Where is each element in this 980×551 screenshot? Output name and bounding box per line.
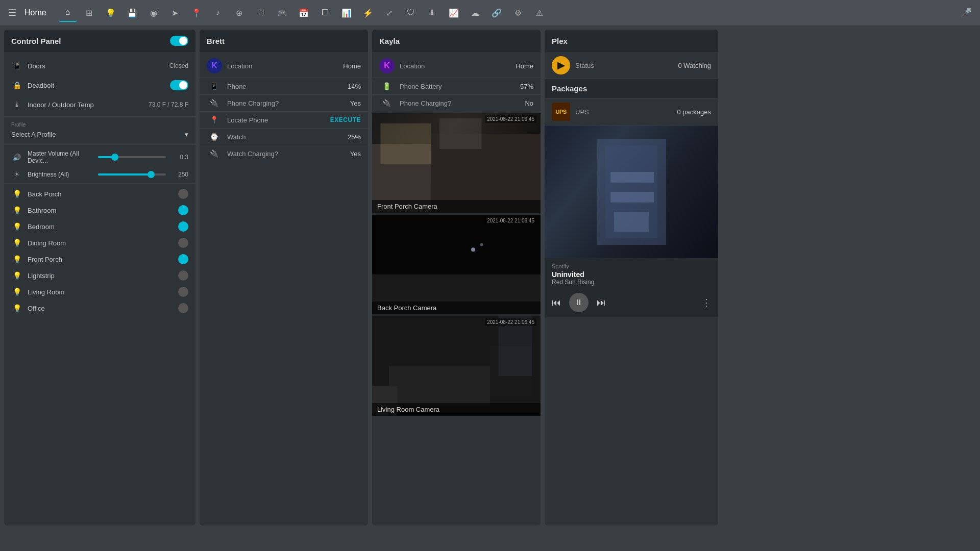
- more-options-icon[interactable]: ⋮: [702, 297, 711, 308]
- controller-icon[interactable]: 🎮: [273, 4, 291, 22]
- doors-label: Doors: [28, 62, 169, 70]
- calendar-icon[interactable]: 📅: [295, 4, 313, 22]
- home-icon[interactable]: ⌂: [59, 4, 77, 22]
- save-icon[interactable]: 💾: [123, 4, 141, 22]
- kayla-charging-icon: 🔌: [379, 99, 394, 107]
- temp-icon: 🌡: [11, 101, 22, 109]
- brett-title: Brett: [207, 37, 225, 45]
- bathroom-light-row: 💡 Bathroom: [4, 202, 195, 218]
- screen-icon[interactable]: ⧠: [316, 4, 334, 22]
- shield-icon[interactable]: 🛡: [402, 4, 420, 22]
- brightness-thumb[interactable]: [148, 171, 155, 178]
- front-porch-toggle[interactable]: [178, 254, 188, 264]
- kayla-phone-charging-row: 🔌 Phone Charging? No: [372, 95, 541, 111]
- spotify-icon[interactable]: ◉: [144, 4, 163, 22]
- front-porch-camera-feed: 2021-08-22 21:06:45 Front Porch Camera: [372, 113, 541, 213]
- brett-locate-execute[interactable]: EXECUTE: [330, 116, 361, 123]
- brett-watch-charging-row: 🔌 Watch Charging? Yes: [200, 145, 368, 162]
- volume-thumb[interactable]: [111, 154, 118, 161]
- kayla-phone-charging-value: No: [525, 99, 533, 107]
- dining-room-toggle[interactable]: [178, 238, 188, 248]
- plex-title: Plex: [552, 37, 568, 45]
- monitor-icon[interactable]: 🖥: [252, 4, 270, 22]
- grid-icon[interactable]: ⊞: [80, 4, 99, 22]
- profile-placeholder: Select A Profile: [11, 131, 56, 138]
- gear-icon[interactable]: ⚙: [509, 4, 527, 22]
- brett-watch-charging-icon: 🔌: [207, 149, 221, 158]
- bathroom-toggle[interactable]: [178, 205, 188, 215]
- bulb-icon-lightstrip: 💡: [11, 271, 22, 280]
- control-panel-title: Control Panel: [11, 37, 61, 45]
- bedroom-toggle[interactable]: [178, 221, 188, 232]
- living-room-camera-label: Living Room Camera: [372, 403, 541, 416]
- kayla-panel: Kayla K Location Home 🔋 Phone Battery 57…: [372, 30, 541, 525]
- thermo-icon[interactable]: 🌡: [423, 4, 442, 22]
- brightness-value: 250: [170, 171, 188, 178]
- office-toggle[interactable]: [178, 303, 188, 313]
- packages-title: Packages: [552, 84, 587, 93]
- spotify-source: Spotify: [552, 263, 711, 269]
- bulb-icon[interactable]: 💡: [102, 4, 120, 22]
- brett-watch-value: 25%: [348, 133, 361, 141]
- top-nav: ☰ Home ⌂⊞💡💾◉➤📍♪⊕🖥🎮📅⧠📊⚡⤢🛡🌡📈☁🔗⚙⚠ 🎤: [0, 0, 980, 26]
- chart-icon[interactable]: 📊: [337, 4, 356, 22]
- control-panel-toggle[interactable]: [170, 36, 188, 46]
- lightstrip-label: Lightstrip: [28, 272, 178, 280]
- brett-phone-row: 📱 Phone 14%: [200, 78, 368, 95]
- arrow-icon[interactable]: ➤: [166, 4, 184, 22]
- warning-icon[interactable]: ⚠: [530, 4, 549, 22]
- profile-select[interactable]: Select A Profile ▾: [11, 129, 188, 140]
- deadbolt-row: 🔒 Deadbolt: [4, 76, 195, 95]
- living-room-timestamp: 2021-08-22 21:06:45: [485, 318, 536, 326]
- office-light-row: 💡 Office: [4, 300, 195, 316]
- brett-phone-icon: 📱: [207, 82, 221, 90]
- lightstrip-toggle[interactable]: [178, 270, 188, 281]
- doors-value: Closed: [169, 62, 188, 69]
- kayla-avatar: K: [379, 58, 394, 73]
- brett-location-row: K Location Home: [200, 54, 368, 78]
- next-button[interactable]: ⏭: [597, 297, 606, 308]
- brett-phone-charging-row: 🔌 Phone Charging? Yes: [200, 95, 368, 112]
- app-title: Home: [24, 8, 46, 17]
- bar-icon[interactable]: 📈: [445, 4, 463, 22]
- kayla-phone-battery-value: 57%: [520, 83, 533, 90]
- doors-row: 📱 Doors Closed: [4, 56, 195, 76]
- volume-track[interactable]: [98, 156, 166, 158]
- bedroom-light-row: 💡 Bedroom: [4, 218, 195, 235]
- spotify-track: Uninvited: [552, 270, 711, 279]
- brett-header: Brett: [200, 30, 368, 52]
- music-icon[interactable]: ♪: [209, 4, 227, 22]
- multi-icon[interactable]: ⊕: [230, 4, 249, 22]
- link-icon[interactable]: 🔗: [487, 4, 506, 22]
- volume-label: Master Volume (All Devic...: [28, 150, 94, 164]
- living-room-toggle[interactable]: [178, 287, 188, 297]
- brett-locate-icon: 📍: [207, 116, 221, 124]
- divider-3: [4, 183, 195, 184]
- bulb-icon-bedroom: 💡: [11, 222, 22, 231]
- prev-button[interactable]: ⏮: [552, 297, 561, 308]
- cloud-icon[interactable]: ☁: [466, 4, 484, 22]
- brett-watch-icon: ⌚: [207, 133, 221, 141]
- spotify-artist: Red Sun Rising: [552, 279, 711, 286]
- back-porch-toggle[interactable]: [178, 189, 188, 199]
- divider-1: [4, 116, 195, 117]
- plex-panel: Plex ▶ Status 0 Watching Packages UPS: [545, 30, 718, 525]
- hamburger-menu[interactable]: ☰: [8, 7, 16, 18]
- profile-section-label: Profile: [11, 122, 188, 128]
- bedroom-label: Bedroom: [28, 223, 178, 231]
- bolt-icon[interactable]: ⚡: [359, 4, 377, 22]
- brightness-track[interactable]: [98, 173, 166, 176]
- mic-icon[interactable]: 🎤: [961, 7, 972, 18]
- brett-locate-label: Locate Phone: [227, 116, 330, 124]
- back-porch-camera-label: Back Porch Camera: [372, 302, 541, 314]
- lock-icon: 🔒: [11, 81, 22, 89]
- living-room-camera-feed: 2021-08-22 21:06:45 Living Room Camera: [372, 316, 541, 416]
- expand-icon[interactable]: ⤢: [380, 4, 399, 22]
- bulb-icon-office: 💡: [11, 304, 22, 312]
- play-pause-button[interactable]: ⏸: [569, 293, 589, 312]
- deadbolt-label: Deadbolt: [28, 82, 170, 89]
- back-porch-timestamp: 2021-08-22 21:06:45: [485, 217, 536, 224]
- front-porch-timestamp: 2021-08-22 21:06:45: [485, 115, 536, 123]
- deadbolt-toggle[interactable]: [170, 80, 188, 90]
- location-icon[interactable]: 📍: [187, 4, 206, 22]
